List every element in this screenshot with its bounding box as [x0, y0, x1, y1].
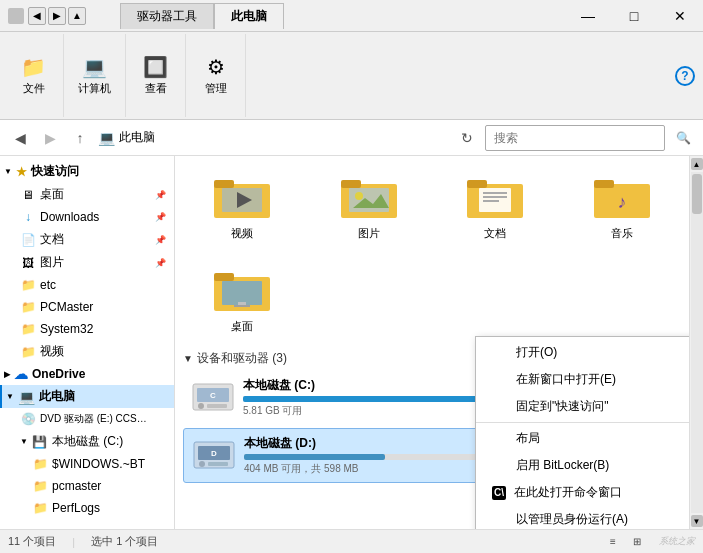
- sidebar-item-desktop[interactable]: 🖥 桌面 📌: [0, 183, 174, 206]
- sidebar-item-system32[interactable]: 📁 System32: [0, 318, 174, 340]
- ribbon-section-computer: 💻 计算机: [64, 34, 126, 117]
- sidebar-disk-c[interactable]: ▼ 💾 本地磁盘 (C:): [0, 430, 174, 453]
- sidebar-quick-access[interactable]: ▼ ★ 快速访问: [0, 160, 174, 183]
- thispc-icon: 💻: [18, 389, 35, 405]
- drives-section-label: 设备和驱动器 (3): [197, 350, 287, 367]
- maximize-button[interactable]: □: [611, 0, 657, 32]
- pin-icon-downloads: 📌: [155, 212, 166, 222]
- svg-rect-16: [594, 180, 614, 188]
- ctx-bitlocker-label: 启用 BitLocker(B): [516, 457, 609, 474]
- pictures-icon: 🖼: [20, 255, 36, 271]
- quick-access-arrow: ▼: [4, 167, 12, 176]
- minimize-button[interactable]: —: [565, 0, 611, 32]
- ribbon-file-btn[interactable]: 📁 文件: [14, 51, 54, 100]
- desktop-icon: 🖥: [20, 187, 36, 203]
- scrollbar[interactable]: ▲ ▼: [689, 156, 703, 529]
- folder-music-icon: ♪: [592, 172, 652, 222]
- scroll-thumb[interactable]: [692, 174, 702, 214]
- sidebar-item-downloads[interactable]: ↓ Downloads 📌: [0, 206, 174, 228]
- title-bar: ◀ ▶ ▲ 驱动器工具 此电脑 — □ ✕: [0, 0, 703, 32]
- sidebar-downloads-label: Downloads: [40, 210, 99, 224]
- thispc-label: 此电脑: [39, 388, 75, 405]
- ctx-run-as-admin[interactable]: 以管理员身份运行(A): [476, 506, 689, 529]
- sidebar-item-pcmaster[interactable]: 📁 PCMaster: [0, 296, 174, 318]
- folder-documents-icon: [465, 172, 525, 222]
- sidebar-item-windows-bt[interactable]: 📁 $WINDOWS.~BT: [0, 453, 174, 475]
- ribbon-section-file: 📁 文件: [4, 34, 64, 117]
- sidebar-item-pictures[interactable]: 🖼 图片 📌: [0, 251, 174, 274]
- up-button[interactable]: ▲: [68, 7, 86, 25]
- quick-access-buttons: ◀ ▶ ▲: [28, 7, 86, 25]
- ctx-layout[interactable]: 布局 ▶: [476, 425, 689, 452]
- documents-icon: 📄: [20, 232, 36, 248]
- ctx-open-icon: [492, 345, 508, 361]
- file-icon: 📁: [22, 55, 46, 79]
- dvd-icon: 💿: [20, 411, 36, 427]
- nav-up[interactable]: ↑: [68, 126, 92, 150]
- folder-music[interactable]: ♪ 音乐: [563, 164, 682, 249]
- search-input[interactable]: [485, 125, 665, 151]
- file-button-group: 📁 文件: [14, 38, 54, 113]
- watermark: 系统之家: [659, 532, 695, 552]
- tab-driver-tools[interactable]: 驱动器工具: [120, 3, 214, 29]
- ctx-bitlocker[interactable]: 启用 BitLocker(B): [476, 452, 689, 479]
- ribbon-manage-btn[interactable]: ⚙ 管理: [196, 51, 236, 100]
- window-controls: — □ ✕: [565, 0, 703, 32]
- content-area: 视频 图片: [175, 156, 689, 529]
- diskc-arrow: ▼: [20, 437, 28, 446]
- forward-button[interactable]: ▶: [48, 7, 66, 25]
- sidebar-item-etc[interactable]: 📁 etc: [0, 274, 174, 296]
- close-button[interactable]: ✕: [657, 0, 703, 32]
- folder-videos[interactable]: 视频: [183, 164, 302, 249]
- app-icon: [8, 8, 24, 24]
- view-controls: ≡ ⊞ 系统之家: [603, 532, 695, 552]
- sidebar-videos-label: 视频: [40, 343, 64, 360]
- onedrive-label: OneDrive: [32, 367, 85, 381]
- help-button[interactable]: ?: [675, 66, 695, 86]
- folder-grid: 视频 图片: [183, 164, 681, 342]
- sidebar-item-pcmaster-sub[interactable]: 📁 pcmaster: [0, 475, 174, 497]
- scroll-down[interactable]: ▼: [691, 515, 703, 527]
- pin-icon-docs: 📌: [155, 235, 166, 245]
- ctx-cmd-icon: C\: [492, 486, 506, 500]
- sidebar-desktop-label: 桌面: [40, 186, 64, 203]
- nav-forward[interactable]: ▶: [38, 126, 62, 150]
- status-item-count: 11 个项目: [8, 534, 56, 549]
- nav-back[interactable]: ◀: [8, 126, 32, 150]
- svg-point-25: [198, 403, 204, 409]
- tab-this-pc[interactable]: 此电脑: [214, 3, 284, 29]
- folder-pictures[interactable]: 图片: [310, 164, 429, 249]
- ribbon-view-btn[interactable]: 🔲 查看: [136, 51, 176, 100]
- scroll-up[interactable]: ▲: [691, 158, 703, 170]
- back-button[interactable]: ◀: [28, 7, 46, 25]
- svg-rect-20: [222, 281, 262, 305]
- ctx-open-new-window[interactable]: 在新窗口中打开(E): [476, 366, 689, 393]
- view-details-btn[interactable]: ≡: [603, 532, 623, 552]
- sidebar-onedrive[interactable]: ▶ ☁ OneDrive: [0, 363, 174, 385]
- sidebar-perflogs-label: PerfLogs: [52, 501, 100, 515]
- sidebar-item-documents[interactable]: 📄 文档 📌: [0, 228, 174, 251]
- ctx-pin-icon: [492, 399, 508, 415]
- search-icon[interactable]: 🔍: [671, 126, 695, 150]
- folder-documents-label: 文档: [484, 226, 506, 241]
- folder-desktop[interactable]: 桌面: [183, 257, 302, 342]
- ctx-cmd[interactable]: C\ 在此处打开命令窗口: [476, 479, 689, 506]
- ctx-pin-label: 固定到"快速访问": [516, 398, 609, 415]
- view-large-icons-btn[interactable]: ⊞: [627, 532, 647, 552]
- ctx-open[interactable]: 打开(O): [476, 339, 689, 366]
- ribbon-section-manage: ⚙ 管理: [186, 34, 246, 117]
- sidebar-thispc[interactable]: ▼ 💻 此电脑: [0, 385, 174, 408]
- status-bar: 11 个项目 | 选中 1 个项目 ≡ ⊞ 系统之家: [0, 529, 703, 553]
- ribbon-computer-btn[interactable]: 💻 计算机: [72, 51, 117, 100]
- title-bar-left: ◀ ▶ ▲ 驱动器工具 此电脑: [0, 3, 292, 29]
- svg-rect-19: [214, 273, 234, 281]
- svg-rect-13: [483, 196, 507, 198]
- sidebar-dvd-drive[interactable]: 💿 DVD 驱动器 (E:) CCSA_X64: [0, 408, 174, 430]
- svg-rect-14: [483, 200, 499, 202]
- sidebar-item-videos[interactable]: 📁 视频: [0, 340, 174, 363]
- ribbon-manage-label: 管理: [205, 81, 227, 96]
- folder-documents[interactable]: 文档: [436, 164, 555, 249]
- refresh-button[interactable]: ↻: [455, 126, 479, 150]
- sidebar-item-perflogs[interactable]: 📁 PerfLogs: [0, 497, 174, 519]
- ctx-pin-quick-access[interactable]: 固定到"快速访问": [476, 393, 689, 420]
